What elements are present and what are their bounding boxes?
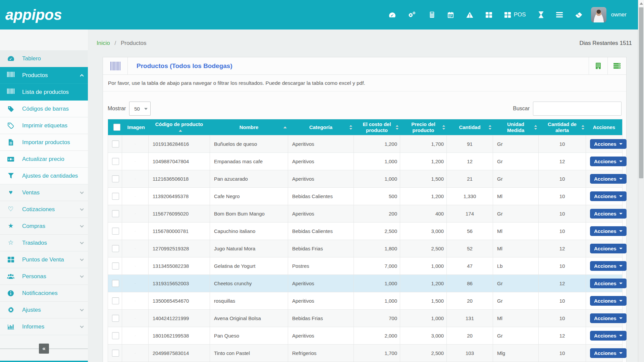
actions-button[interactable]: Acciones [590,261,627,271]
actions-button[interactable]: Acciones [590,331,627,341]
sidebar-item-ventas[interactable]: ♥Ventas [0,184,88,201]
sidebar-item-imprimir-etiquetas[interactable]: Imprimir etiquetas [0,117,88,134]
actions-button[interactable]: Acciones [590,191,627,201]
sort-both-icon [534,125,537,130]
col-header-precio-del-producto[interactable]: Precio del producto [400,119,447,135]
breadcrumb-home-link[interactable]: Inicio [97,40,110,46]
product-unit: Gr [493,170,539,188]
sidebar-item-traslados[interactable]: ☆Traslados [0,235,88,251]
actions-button[interactable]: Acciones [590,279,627,288]
nav-cogs-button[interactable] [408,11,417,18]
row-checkbox[interactable] [112,193,119,200]
nav-warning-button[interactable] [466,12,473,18]
sidebar-item-importar-productos[interactable]: Importar productos [0,134,88,151]
product-category: Bebidas Frias [288,240,354,257]
window-scrollbar[interactable] [638,0,644,362]
product-cost: 1,000 [354,170,400,188]
actions-button[interactable]: Acciones [590,348,627,358]
chevron-down-icon [619,317,623,319]
col-header-codigo-de-producto[interactable]: Código de producto [149,119,210,135]
product-category: Postres [288,257,354,275]
actions-button[interactable]: Acciones [590,244,627,253]
sidebar-item-ajustes-de-cantidades[interactable]: Ajustes de cantidades [0,168,88,184]
sidebar-item-compras[interactable]: ★Compras [0,218,88,235]
sidebar-item-actualizar-precio[interactable]: Actualizar precio [0,151,88,168]
row-checkbox[interactable] [112,210,119,217]
building-button[interactable] [589,57,607,74]
sidebar-collapse-button[interactable]: « [39,344,49,354]
product-quantity: 91 [447,135,493,153]
rows-button[interactable] [607,57,626,74]
sidebar-item-notificaciones[interactable]: Notificaciones [0,285,88,302]
row-checkbox[interactable] [112,228,119,235]
actions-button[interactable]: Acciones [590,157,627,166]
nav-calendar-button[interactable] [447,11,454,18]
actions-button[interactable]: Acciones [590,209,627,219]
col-header-cantidad[interactable]: Cantidad [447,119,493,135]
row-checkbox[interactable] [112,350,119,357]
sidebar-item-codigos-de-barras[interactable]: Códigos de barras [0,101,88,117]
scrollbar-thumb[interactable] [639,7,643,178]
actions-button[interactable]: Acciones [590,174,627,184]
chevron-down-icon [80,274,84,278]
search-input[interactable] [533,102,622,116]
sidebar-item-ajustes[interactable]: Ajustes [0,302,88,318]
sidebar-item-productos[interactable]: Productos [0,67,88,84]
sidebar-icon-box [6,55,15,62]
row-checkbox[interactable] [112,332,119,339]
row-checkbox[interactable] [112,297,119,304]
col-header-el-costo-del-producto[interactable]: El costo del producto [354,119,400,135]
actions-button[interactable]: Acciones [590,226,627,236]
nav-dashboard-button[interactable] [389,12,396,18]
sidebar-item-informes[interactable]: Informes [0,318,88,335]
col-header-cantidad-de-alerta[interactable]: Cantidad de alerta [539,119,586,135]
table-cell [122,205,149,223]
product-unit: Lb [493,257,539,275]
nav-calculator-button[interactable] [429,11,435,18]
sidebar-item-cotizaciones[interactable]: ♡Cotizaciones [0,201,88,218]
row-checkbox[interactable] [112,262,119,269]
actions-button[interactable]: Acciones [590,313,627,323]
row-checkbox[interactable] [112,245,119,252]
nav-eraser-button[interactable] [575,12,582,18]
table-cell: Acciones [586,275,623,292]
sidebar-item-lista-de-productos[interactable]: Lista de productos [0,84,88,101]
product-code: 1404241221999 [149,310,210,327]
sidebar-icon-box: ☆ [6,239,15,246]
user-avatar[interactable] [591,7,606,22]
col-header-nombre[interactable]: Nombre [210,119,288,135]
actions-button[interactable]: Acciones [590,296,627,306]
row-checkbox[interactable] [112,140,119,147]
product-name: Cheetos crunchy [210,275,288,292]
row-checkbox[interactable] [112,175,119,182]
product-price: 3,000 [400,223,447,240]
product-alert-qty: 10 [539,292,586,310]
nav-list-button[interactable] [556,12,563,17]
product-price: 3,000 [400,327,447,345]
row-checkbox[interactable] [112,280,119,287]
sidebar-item-tablero[interactable]: Tablero [0,50,88,67]
scrollbar-up-arrow[interactable] [638,0,644,7]
chevron-down-icon [619,161,623,162]
select-all-checkbox[interactable] [113,124,120,131]
actions-button[interactable]: Acciones [590,139,627,149]
page-size-select[interactable]: 50 [129,102,151,116]
col-header-unidad-medida[interactable]: Unidad Medida [493,119,539,135]
col-header-acciones[interactable]: Acciones [586,119,623,135]
product-name: Capuchino italiano [210,223,288,240]
nav-pos-grid-button[interactable]: POS [504,11,526,18]
sidebar-item-personas[interactable]: Personas [0,268,88,285]
product-quantity: 47 [447,257,493,275]
rows-icon [613,63,621,69]
select-all-header [108,119,122,135]
sidebar-item-puntos-de-venta[interactable]: Puntos de Venta [0,251,88,268]
col-header-categoria[interactable]: Categoría [288,119,354,135]
row-checkbox[interactable] [112,158,119,165]
row-checkbox[interactable] [112,315,119,322]
nav-hourglass-button[interactable] [538,11,544,18]
table-cell: Acciones [586,170,623,188]
col-header-imagen[interactable]: Imagen [122,119,149,135]
table-row: 1139206495378Cafe NegroBebidas Calientes… [108,188,623,205]
nav-grid-button[interactable] [486,12,492,18]
sidebar-item-label: Traslados [22,240,80,246]
